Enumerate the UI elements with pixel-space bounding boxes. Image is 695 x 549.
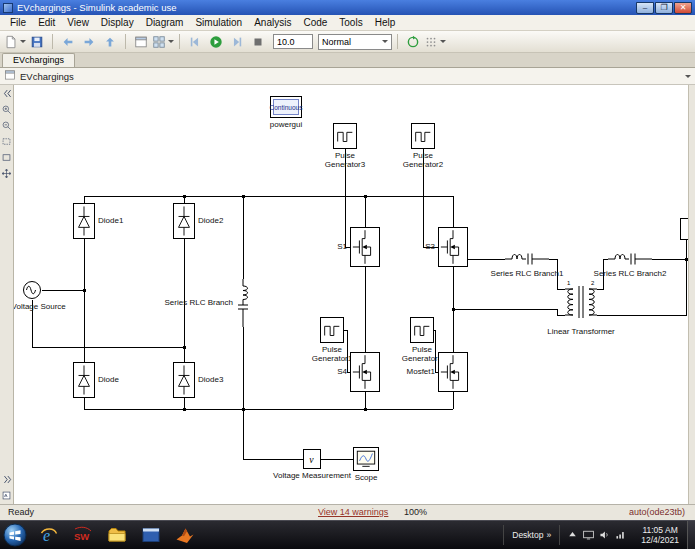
- clock-date: 12/4/2021: [641, 535, 679, 545]
- new-model-icon[interactable]: [4, 33, 26, 51]
- menu-help[interactable]: Help: [369, 16, 402, 29]
- tray-screen-icon[interactable]: [582, 528, 595, 543]
- model-hierarchy-icon[interactable]: [4, 69, 20, 83]
- tray-sound-icon[interactable]: [598, 528, 611, 543]
- expand-more-icon[interactable]: [0, 473, 13, 486]
- menu-tools[interactable]: Tools: [333, 16, 368, 29]
- simulation-stop-time-input[interactable]: [273, 34, 313, 49]
- fit-to-view-icon[interactable]: [0, 135, 13, 148]
- canvas[interactable]: ContinuouspowerguiPulse Generator3Pulse …: [14, 85, 688, 504]
- maximize-button[interactable]: ❐: [655, 2, 673, 14]
- status-warnings-link[interactable]: View 14 warnings: [318, 507, 388, 517]
- library-browser-icon[interactable]: [152, 33, 174, 51]
- tray-net-icon[interactable]: [614, 528, 627, 543]
- simulation-mode-select[interactable]: Normal: [318, 34, 392, 50]
- block-label-series-rlc-branch2: Series RLC Branch2: [594, 269, 667, 278]
- menu-edit[interactable]: Edit: [32, 16, 61, 29]
- block-pulse-generator2[interactable]: [411, 123, 435, 149]
- block-label-ac-voltage-source: AC Voltage Source: [14, 302, 66, 311]
- block-pulse-generator4[interactable]: [410, 317, 434, 343]
- taskbar-internet-explorer-icon[interactable]: e: [36, 523, 62, 548]
- zoom-out-icon[interactable]: [0, 119, 13, 132]
- menu-display[interactable]: Display: [95, 16, 140, 29]
- block-scope[interactable]: [353, 447, 379, 471]
- menu-code[interactable]: Code: [297, 16, 333, 29]
- back-icon[interactable]: [58, 33, 78, 51]
- window-title: EVchargings - Simulink academic use: [17, 0, 176, 15]
- block-series-rlc-branch[interactable]: [236, 279, 250, 327]
- status-zoom: 100%: [404, 507, 427, 517]
- taskbar-start-icon[interactable]: [2, 523, 28, 548]
- block-pulse-generator3[interactable]: [333, 123, 357, 149]
- block-series-rlc-branch1[interactable]: [505, 251, 549, 267]
- block-mosfet1[interactable]: [438, 352, 468, 392]
- tray-up-icon[interactable]: [566, 528, 579, 543]
- save-icon[interactable]: [27, 33, 47, 51]
- toolbar-separator: [397, 34, 398, 49]
- stop-icon[interactable]: [248, 33, 268, 51]
- annotation-icon[interactable]: [0, 489, 13, 502]
- menu-analysis[interactable]: Analysis: [248, 16, 297, 29]
- tab-evchargings[interactable]: EVchargings: [2, 53, 75, 67]
- windows-taskbar: eSW Desktop » 11:05 AM 12/4/2021: [0, 520, 695, 549]
- step-back-icon[interactable]: [185, 33, 205, 51]
- block-label-s4: S4: [337, 367, 347, 376]
- toolbar-separator: [125, 34, 126, 49]
- zoom-in-icon[interactable]: [0, 103, 13, 116]
- block-diode1[interactable]: [73, 203, 95, 239]
- canvas-scrollbar[interactable]: [688, 85, 695, 504]
- menu-file[interactable]: File: [4, 16, 32, 29]
- desktop-toolbar[interactable]: Desktop »: [503, 525, 560, 545]
- menu-diagram[interactable]: Diagram: [140, 16, 190, 29]
- block-pulse-generator1[interactable]: [320, 317, 344, 343]
- svg-text:2: 2: [591, 280, 595, 286]
- title-bar[interactable]: EVchargings - Simulink academic use – ❐ …: [0, 0, 695, 15]
- block-s4[interactable]: [350, 352, 380, 392]
- run-icon[interactable]: [206, 33, 226, 51]
- menu-view[interactable]: View: [61, 16, 95, 29]
- taskbar-windows-explorer-icon[interactable]: [104, 523, 130, 548]
- menu-bar: FileEditViewDisplayDiagramSimulationAnal…: [0, 15, 695, 31]
- block-s3[interactable]: [438, 227, 468, 267]
- block-label-diode: Diode: [98, 375, 119, 384]
- canvas-palette: [0, 85, 14, 504]
- breadcrumb[interactable]: EVchargings: [20, 71, 74, 82]
- block-ac-voltage-source[interactable]: [22, 280, 42, 300]
- show-desktop-button[interactable]: [687, 521, 695, 549]
- block-powergui[interactable]: Continuous: [270, 96, 302, 118]
- update-diagram-icon[interactable]: [403, 33, 423, 51]
- block-label-pulse-generator4: Pulse Generator4: [402, 345, 442, 363]
- block-diode3[interactable]: [173, 362, 195, 398]
- block-voltage-measurement[interactable]: v: [303, 449, 321, 469]
- block-diode2[interactable]: [173, 203, 195, 239]
- status-bar: Ready View 14 warnings 100% auto(ode23tb…: [0, 504, 695, 520]
- taskbar-matlab-icon[interactable]: [172, 523, 198, 548]
- step-forward-icon[interactable]: [227, 33, 247, 51]
- pan-icon[interactable]: [0, 167, 13, 180]
- toolbar: Normal: [0, 31, 695, 53]
- collapse-browser-icon[interactable]: [0, 87, 13, 100]
- block-edge-block[interactable]: [680, 218, 688, 240]
- block-series-rlc-branch2[interactable]: [608, 251, 652, 267]
- toolbar-separator: [179, 34, 180, 49]
- taskbar-clock[interactable]: 11:05 AM 12/4/2021: [633, 525, 687, 545]
- sample-time-display-icon[interactable]: [424, 33, 446, 51]
- minimize-button[interactable]: –: [636, 2, 654, 14]
- status-solver[interactable]: auto(ode23tb): [629, 507, 685, 517]
- menu-simulation[interactable]: Simulation: [189, 16, 248, 29]
- close-button[interactable]: ✕: [674, 2, 692, 14]
- block-label-mosfet1: Mosfet1: [407, 367, 435, 376]
- block-diode[interactable]: [73, 362, 95, 398]
- forward-icon[interactable]: [79, 33, 99, 51]
- powergui-text: Continuous: [273, 99, 299, 115]
- taskbar-solidworks-icon[interactable]: SW: [70, 523, 96, 548]
- block-s1[interactable]: [350, 227, 380, 267]
- breadcrumb-dropdown-icon[interactable]: [685, 75, 691, 78]
- zoom-100-icon[interactable]: [0, 151, 13, 164]
- taskbar-app-window-icon[interactable]: [138, 523, 164, 548]
- block-label-diode2: Diode2: [198, 216, 223, 225]
- block-linear-transformer[interactable]: 12: [565, 277, 597, 325]
- up-to-parent-icon[interactable]: [100, 33, 120, 51]
- model-browser-icon[interactable]: [131, 33, 151, 51]
- block-label-diode3: Diode3: [198, 375, 223, 384]
